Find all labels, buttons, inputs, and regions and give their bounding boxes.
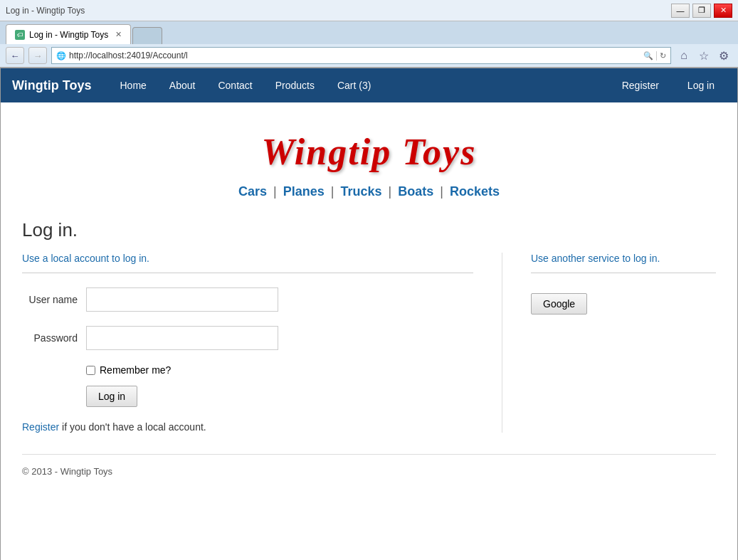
footer: © 2013 - Wingtip Toys (22, 454, 716, 477)
address-input-container[interactable]: 🌐 http://localhost:24019/Account/l 🔍 ↻ (51, 47, 671, 64)
minimize-button[interactable]: — (671, 4, 690, 18)
nav-cart[interactable]: Cart (3) (326, 70, 382, 101)
local-section-title: Use a local account to log in. (22, 253, 473, 264)
cat-trucks[interactable]: Trucks (340, 184, 381, 199)
footer-text: © 2013 - Wingtip Toys (22, 466, 112, 477)
home-icon[interactable]: ⌂ (675, 47, 692, 64)
external-login-section: Use another service to log in. Google (502, 253, 716, 433)
login-container: Use a local account to log in. User name… (22, 253, 716, 433)
address-text: http://localhost:24019/Account/l (69, 51, 641, 60)
tab-icon: 🏷 (15, 30, 25, 40)
remember-me-label: Remember me? (100, 364, 171, 376)
page-content: Wingtip Toys Home About Contact Products… (0, 68, 738, 560)
left-divider (22, 273, 473, 273)
window-controls: — ❐ ✕ (671, 4, 732, 18)
external-section-title: Use another service to log in. (531, 253, 716, 264)
forward-button[interactable]: → (28, 47, 47, 64)
address-bar: ← → 🌐 http://localhost:24019/Account/l 🔍… (0, 44, 738, 67)
nav-right: Register Log in (611, 70, 726, 101)
google-button[interactable]: Google (531, 293, 587, 315)
cat-sep-3: | (385, 184, 396, 199)
tab-close-icon[interactable]: ✕ (115, 30, 122, 39)
register-suffix: if you don't have a local account. (59, 421, 206, 433)
cat-boats[interactable]: Boats (398, 184, 433, 199)
cat-sep-2: | (327, 184, 338, 199)
login-title: Log in. (22, 219, 716, 241)
refresh-icon[interactable]: ↻ (656, 51, 666, 60)
local-login-section: Use a local account to log in. User name… (22, 253, 502, 433)
nav-about[interactable]: About (158, 70, 207, 101)
password-label: Password (22, 332, 86, 344)
address-icon: 🌐 (56, 51, 66, 60)
toolbar-icons: ⌂ ☆ ⚙ (675, 47, 732, 64)
cat-sep-1: | (270, 184, 280, 199)
nav-contact[interactable]: Contact (206, 70, 263, 101)
password-input[interactable] (86, 326, 278, 350)
nav-register[interactable]: Register (611, 70, 670, 101)
register-text: Register if you don't have a local accou… (22, 421, 473, 433)
main-content: Wingtip Toys Cars | Planes | Trucks | Bo… (1, 102, 737, 491)
register-link[interactable]: Register (22, 421, 59, 433)
active-tab[interactable]: 🏷 Log in - Wingtip Toys ✕ (6, 24, 131, 44)
site-title: Wingtip Toys (22, 131, 716, 173)
nav-home[interactable]: Home (109, 70, 158, 101)
remember-me-checkbox[interactable] (86, 366, 95, 375)
login-button[interactable]: Log in (86, 386, 137, 407)
cat-cars[interactable]: Cars (238, 184, 267, 199)
cat-sep-4: | (436, 184, 447, 199)
category-links: Cars | Planes | Trucks | Boats | Rockets (22, 184, 716, 199)
tab-title: Log in - Wingtip Toys (29, 30, 108, 40)
title-bar-text: Log in - Wingtip Toys (6, 6, 85, 16)
search-icon: 🔍 (643, 51, 653, 60)
username-group: User name (22, 287, 473, 312)
nav-products[interactable]: Products (264, 70, 326, 101)
nav-login[interactable]: Log in (676, 70, 726, 101)
cat-rockets[interactable]: Rockets (450, 184, 500, 199)
tab-bar: 🏷 Log in - Wingtip Toys ✕ (0, 21, 738, 44)
navbar: Wingtip Toys Home About Contact Products… (1, 68, 737, 102)
username-label: User name (22, 294, 86, 305)
settings-icon[interactable]: ⚙ (715, 47, 732, 64)
remember-row: Remember me? (86, 364, 473, 376)
inactive-tab[interactable] (132, 27, 162, 44)
brand-link[interactable]: Wingtip Toys (12, 78, 92, 93)
restore-button[interactable]: ❐ (692, 4, 711, 18)
favorites-icon[interactable]: ☆ (695, 47, 712, 64)
close-button[interactable]: ✕ (714, 4, 732, 18)
cat-planes[interactable]: Planes (283, 184, 325, 199)
password-group: Password (22, 326, 473, 350)
username-input[interactable] (86, 287, 278, 312)
back-button[interactable]: ← (6, 47, 24, 64)
nav-links: Home About Contact Products Cart (3) (109, 70, 383, 101)
right-divider (531, 273, 716, 273)
